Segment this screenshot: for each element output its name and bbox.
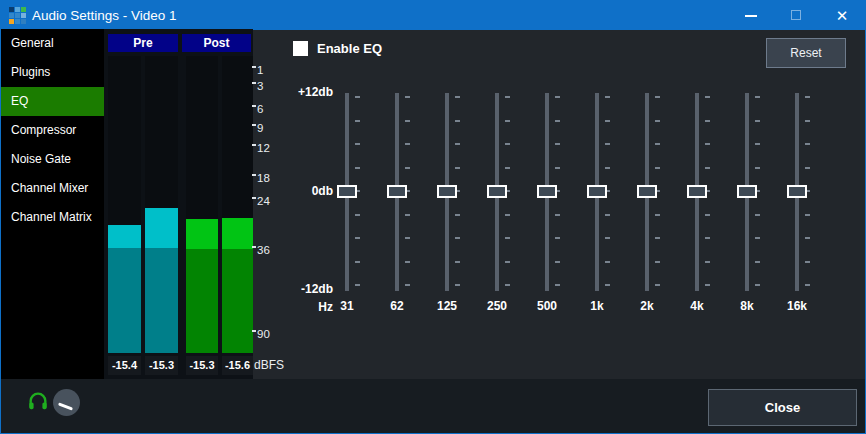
post-left-db-value: -15.3: [186, 356, 218, 375]
enable-eq-label: Enable EQ: [317, 41, 382, 56]
close-window-button[interactable]: ✕: [825, 1, 859, 30]
enable-eq-checkbox[interactable]: [293, 41, 308, 56]
headphones-volume-knob[interactable]: [53, 389, 80, 416]
eq-band-freq-label: 16k: [772, 299, 822, 313]
sidebar-item-compressor[interactable]: Compressor: [1, 116, 104, 145]
eq-band-2k: 2k: [622, 93, 672, 323]
meter-bar-body: [145, 248, 178, 353]
meter-bar-peak: [186, 219, 218, 249]
eq-slider-thumb[interactable]: [637, 185, 657, 198]
eq-band-16k: 16k: [772, 93, 822, 323]
maximize-icon: [791, 10, 801, 20]
eq-band-freq-label: 2k: [622, 299, 672, 313]
eq-slider-thumb[interactable]: [587, 185, 607, 198]
meter-bar-peak: [145, 208, 178, 248]
titlebar: Audio Settings - Video 1 ✕: [1, 1, 865, 30]
eq-slider-thumb[interactable]: [687, 185, 707, 198]
reset-button[interactable]: Reset: [766, 38, 846, 68]
sidebar-item-channel-mixer[interactable]: Channel Mixer: [1, 174, 104, 203]
eq-slider-thumb[interactable]: [487, 185, 507, 198]
pre-left-db-value: -15.4: [108, 356, 141, 375]
eq-band-freq-label: 62: [372, 299, 422, 313]
eq-slider-thumb[interactable]: [737, 185, 757, 198]
eq-slider-thumb[interactable]: [537, 185, 557, 198]
sidebar-item-plugins[interactable]: Plugins: [1, 58, 104, 87]
meter-bar-body: [108, 248, 141, 353]
app-logo-icon: [9, 7, 26, 24]
post-right-db-value: -15.6: [222, 356, 253, 375]
eq-band-62hz: 62: [372, 93, 422, 323]
meter-unit-label: dBFS: [254, 358, 284, 372]
eq-slider-thumb[interactable]: [337, 185, 357, 198]
eq-band-freq-label: 31: [322, 299, 372, 313]
sidebar-item-noise-gate[interactable]: Noise Gate: [1, 145, 104, 174]
eq-band-1k: 1k: [572, 93, 622, 323]
scale-tick-90: 90: [257, 328, 270, 340]
eq-band-freq-label: 125: [422, 299, 472, 313]
meter-bar-peak: [222, 218, 253, 249]
scale-tick-12: 12: [257, 142, 270, 154]
eq-band-freq-label: 500: [522, 299, 572, 313]
eq-band-freq-label: 8k: [722, 299, 772, 313]
scale-tick-6: 6: [257, 103, 263, 115]
sidebar-item-eq[interactable]: EQ: [1, 87, 104, 116]
sidebar-item-channel-matrix[interactable]: Channel Matrix: [1, 203, 104, 232]
scale-tick-36: 36: [257, 244, 270, 256]
knob-pointer-icon: [58, 402, 73, 410]
maximize-button: [779, 1, 813, 30]
scale-tick-24: 24: [257, 195, 270, 207]
eq-slider-thumb[interactable]: [437, 185, 457, 198]
eq-band-125hz: 125: [422, 93, 472, 323]
post-meter-right-channel: [222, 56, 253, 353]
eq-band-8k: 8k: [722, 93, 772, 323]
scale-tick-1: 1: [257, 64, 263, 76]
close-button[interactable]: Close: [708, 389, 857, 426]
scale-tick-3: 3: [257, 80, 263, 92]
meter-bar-peak: [108, 225, 141, 248]
pre-right-db-value: -15.3: [145, 356, 178, 375]
eq-band-31hz: 31: [322, 93, 372, 323]
footer-bar: Close: [1, 379, 865, 434]
eq-band-freq-label: 1k: [572, 299, 622, 313]
headphones-icon[interactable]: [27, 390, 49, 412]
eq-band-4k: 4k: [672, 93, 722, 323]
settings-sidebar: General Plugins EQ Compressor Noise Gate…: [1, 29, 104, 379]
sidebar-item-general[interactable]: General: [1, 29, 104, 58]
window-title: Audio Settings - Video 1: [32, 1, 177, 30]
pre-meter-left-channel: [108, 56, 141, 353]
eq-slider-thumb[interactable]: [787, 185, 807, 198]
eq-band-freq-label: 4k: [672, 299, 722, 313]
pre-meter-right-channel: [145, 56, 178, 353]
post-meter-left-channel: [186, 56, 218, 353]
eq-slider-thumb[interactable]: [387, 185, 407, 198]
meter-bar-body: [186, 249, 218, 353]
scale-tick-18: 18: [257, 172, 270, 184]
minimize-icon: [745, 15, 757, 17]
eq-band-500hz: 500: [522, 93, 572, 323]
meter-bar-body: [222, 249, 253, 353]
audio-settings-window: Audio Settings - Video 1 ✕ General Plugi…: [0, 0, 866, 434]
post-meter-header: Post: [182, 34, 251, 52]
eq-band-freq-label: 250: [472, 299, 522, 313]
minimize-button[interactable]: [734, 1, 768, 30]
pre-meter-header: Pre: [108, 34, 178, 52]
scale-tick-9: 9: [257, 122, 263, 134]
eq-band-250hz: 250: [472, 93, 522, 323]
